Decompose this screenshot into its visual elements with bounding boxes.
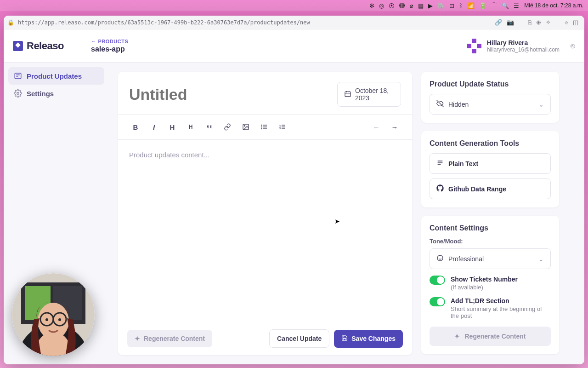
menu-icon[interactable]: ✻ (369, 2, 374, 9)
btn-label: Cancel Update (277, 335, 322, 342)
globe-icon[interactable]: 🌐︎ (399, 2, 405, 9)
toggle-tldr: Add TL;DR Section Short summary at the b… (430, 297, 551, 319)
regenerate-button[interactable]: ✦ Regenerate Content (127, 330, 212, 347)
back-to-products[interactable]: ← PRODUCTS (91, 39, 128, 44)
mouse-cursor-icon: ➤ (334, 218, 340, 225)
toggle-label: Add TL;DR Section (451, 297, 551, 305)
wifi-icon[interactable]: 📶 (467, 2, 475, 9)
target-icon[interactable]: ✧ (546, 19, 551, 26)
save-icon (341, 335, 348, 343)
panel-title: Content Settings (430, 224, 551, 232)
globe-icon[interactable]: ⊕ (536, 19, 541, 26)
link-icon[interactable]: 🔗 (495, 19, 502, 26)
status-panel: Product Update Status Hidden ⌄ (421, 72, 559, 123)
user-avatar-icon[interactable] (467, 39, 481, 53)
chevron-down-icon: ⌄ (538, 101, 544, 108)
tone-select[interactable]: Professional ⌄ (430, 248, 551, 269)
webcam-overlay (12, 273, 95, 356)
user-email: hillaryrivera_16@hotmail.com (487, 46, 560, 53)
menu-icon[interactable]: ⊡ (449, 2, 454, 9)
play-icon[interactable]: ▶ (428, 2, 433, 9)
editor-card: October 18, 2023 B I H H 123 (118, 72, 412, 355)
toggle-switch[interactable] (430, 276, 445, 285)
redo-button[interactable]: → (386, 119, 403, 135)
status-select[interactable]: Hidden ⌄ (430, 94, 551, 115)
logo-text: Releaso (27, 40, 64, 52)
logo[interactable]: Releaso (13, 40, 91, 52)
sidebar-toggle-icon[interactable]: ◫ (573, 19, 578, 26)
tool-label: Github Data Range (448, 185, 506, 193)
control-center-icon[interactable]: ☰ (514, 2, 519, 9)
menu-icon[interactable]: ⌀ (410, 2, 413, 9)
wifi-icon[interactable]: ⌒ (491, 1, 497, 10)
ordered-list-button[interactable]: 123 (274, 119, 291, 135)
url-text[interactable]: https://app.releaso.com/products/63a5513… (18, 19, 492, 26)
menu-icon[interactable]: 🐘 (437, 2, 445, 9)
heading1-button[interactable]: H (164, 119, 181, 135)
github-tool[interactable]: Github Data Range (430, 178, 551, 199)
date-picker-button[interactable]: October 18, 2023 (337, 82, 401, 107)
heading2-button[interactable]: H (182, 119, 199, 135)
svg-point-6 (261, 126, 262, 127)
undo-button[interactable]: ← (368, 119, 384, 135)
toggle-sublabel: Short summary at the beginning of the po… (451, 305, 551, 319)
svg-text:3: 3 (279, 127, 281, 130)
image-button[interactable] (237, 119, 254, 135)
panel-title: Product Update Status (430, 80, 551, 88)
github-icon (436, 184, 444, 193)
toggle-tickets: Show Tickets Number (If avaliable) (430, 276, 551, 291)
panel-title: Content Generation Tools (430, 139, 551, 148)
editor-footer: ✦ Regenerate Content Cancel Update Save … (118, 322, 412, 355)
plain-text-tool[interactable]: Plain Text (430, 153, 551, 174)
search-icon[interactable]: 🔍 (502, 2, 509, 9)
clock[interactable]: Mié 18 de oct. 7:28 a.m. (524, 2, 583, 9)
gear-icon (14, 89, 22, 98)
svg-point-1 (17, 92, 19, 95)
select-value: Hidden (448, 101, 469, 108)
toggle-switch[interactable] (430, 297, 445, 306)
editor-placeholder: Product updates content... (129, 151, 401, 159)
svg-point-7 (261, 128, 262, 129)
logout-icon[interactable]: ⎋ (571, 42, 575, 50)
title-input[interactable] (129, 86, 332, 104)
btn-label: Regenerate Content (464, 333, 526, 340)
menu-icon[interactable]: ⦿ (389, 2, 395, 9)
bluetooth-icon[interactable]: ᛒ (459, 2, 463, 9)
italic-button[interactable]: I (146, 119, 162, 135)
browser-window: 🔒 https://app.releaso.com/products/63a55… (4, 16, 584, 364)
editor-toolbar: B I H H 123 ← → (118, 114, 412, 140)
date-text: October 18, 2023 (355, 87, 394, 102)
address-bar: 🔒 https://app.releaso.com/products/63a55… (4, 16, 584, 29)
save-button[interactable]: Save Changes (334, 330, 403, 348)
svg-rect-2 (345, 92, 351, 97)
bold-button[interactable]: B (127, 119, 144, 135)
regenerate-content-button[interactable]: ✦ Regenerate Content (430, 327, 551, 346)
extension-icon[interactable]: ⟐ (565, 19, 568, 26)
updates-icon (14, 72, 22, 80)
sidebar-item-product-updates[interactable]: Product Updates (8, 67, 104, 85)
link-button[interactable] (219, 119, 236, 135)
bullet-list-button[interactable] (256, 119, 272, 135)
sidebar-item-label: Settings (27, 90, 54, 98)
user-block: Hillary Rivera hillaryrivera_16@hotmail.… (467, 39, 575, 53)
svg-point-21 (45, 318, 48, 321)
user-name: Hillary Rivera (487, 39, 560, 46)
smile-icon (436, 254, 444, 263)
menu-icon[interactable]: ▤ (418, 2, 424, 9)
editor-content[interactable]: Product updates content... (118, 140, 412, 322)
quote-button[interactable] (201, 119, 217, 135)
download-icon[interactable]: ⎘ (528, 19, 531, 26)
tools-panel: Content Generation Tools Plain Text Gith… (421, 131, 559, 207)
cancel-button[interactable]: Cancel Update (269, 329, 329, 348)
menu-icon[interactable]: ◎ (379, 2, 384, 9)
logo-mark-icon (13, 41, 23, 51)
svg-point-22 (58, 318, 61, 321)
calendar-icon (344, 90, 351, 99)
sidebar-item-settings[interactable]: Settings (8, 85, 104, 102)
battery-icon[interactable]: 🔋 (479, 2, 486, 9)
btn-label: Regenerate Content (144, 335, 205, 342)
sidebar-item-label: Product Updates (27, 72, 82, 80)
svg-point-4 (244, 126, 245, 126)
camera-icon[interactable]: 📷 (507, 19, 514, 26)
svg-point-11 (437, 255, 443, 261)
